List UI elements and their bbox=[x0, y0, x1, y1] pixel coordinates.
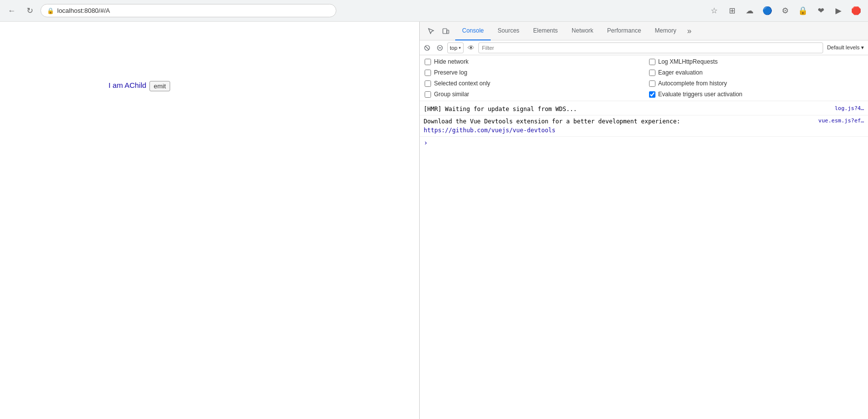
autocomplete-history-input[interactable] bbox=[649, 80, 655, 87]
extension-icon-6[interactable]: ❤ bbox=[814, 4, 828, 18]
devtools-panel: Console Sources Elements Network Perform… bbox=[419, 22, 868, 419]
evaluate-triggers-checkbox[interactable]: Evaluate triggers user activation bbox=[649, 90, 864, 99]
preserve-log-input[interactable] bbox=[425, 70, 431, 76]
selected-context-input[interactable] bbox=[425, 80, 431, 87]
extension-icon-2[interactable]: ☁ bbox=[743, 4, 757, 18]
devtools-toolbar2: top ▾ 👁 Default levels ▾ bbox=[420, 40, 868, 55]
console-line-2-content: Download the Vue Devtools extension for … bbox=[424, 117, 818, 135]
autocomplete-history-checkbox[interactable]: Autocomplete from history bbox=[649, 79, 864, 88]
console-line-2: Download the Vue Devtools extension for … bbox=[420, 115, 868, 137]
devtools-tabs-row: Console Sources Elements Network Perform… bbox=[420, 22, 868, 40]
group-similar-checkbox[interactable]: Group similar bbox=[425, 90, 639, 99]
evaluate-triggers-input[interactable] bbox=[649, 91, 655, 98]
extension-icon-8[interactable]: 🛑 bbox=[849, 4, 863, 18]
browser-toolbar: ← ↻ 🔒 localhost:8080/#/A ☆ ⊞ ☁ 🔵 ⚙ 🔒 ❤ ▶… bbox=[0, 0, 868, 22]
extension-icon-7[interactable]: ▶ bbox=[832, 4, 845, 18]
tab-sources[interactable]: Sources bbox=[491, 22, 526, 40]
context-select-value: top bbox=[450, 45, 457, 51]
svg-line-3 bbox=[426, 46, 429, 49]
extension-icon-4[interactable]: ⚙ bbox=[778, 4, 792, 18]
default-levels-dropdown[interactable]: Default levels ▾ bbox=[825, 44, 866, 51]
stop-messages-icon[interactable] bbox=[422, 42, 433, 53]
device-toggle-icon[interactable] bbox=[439, 25, 452, 38]
devtools-left-icons bbox=[422, 25, 455, 38]
live-expression-icon[interactable]: 👁 bbox=[466, 44, 476, 52]
page-content: I am AChild emit bbox=[0, 22, 419, 419]
console-input-prompt[interactable]: › bbox=[420, 137, 868, 149]
vue-devtools-link[interactable]: https://github.com/vuejs/vue-devtools bbox=[424, 127, 555, 134]
devtools-tabs: Console Sources Elements Network Perform… bbox=[455, 22, 866, 40]
tab-performance[interactable]: Performance bbox=[600, 22, 648, 40]
tab-network[interactable]: Network bbox=[565, 22, 600, 40]
address-bar[interactable]: 🔒 localhost:8080/#/A bbox=[40, 4, 336, 17]
hide-network-checkbox[interactable]: Hide network bbox=[425, 57, 639, 66]
console-line-1-content: [HMR] Waiting for update signal from WDS… bbox=[424, 105, 834, 114]
console-filter-input[interactable] bbox=[478, 42, 823, 53]
preserve-log-checkbox[interactable]: Preserve log bbox=[425, 68, 639, 77]
group-similar-input[interactable] bbox=[425, 91, 431, 98]
tab-elements[interactable]: Elements bbox=[526, 22, 565, 40]
back-button[interactable]: ← bbox=[5, 4, 19, 18]
context-selector[interactable]: top ▾ bbox=[447, 42, 464, 53]
console-output: [HMR] Waiting for update signal from WDS… bbox=[420, 101, 868, 419]
more-tabs-button[interactable]: » bbox=[683, 27, 695, 36]
tab-console[interactable]: Console bbox=[455, 22, 491, 40]
extension-icon-5[interactable]: 🔒 bbox=[796, 4, 810, 18]
devtools-checkboxes: Hide network Log XMLHttpRequests Preserv… bbox=[420, 55, 868, 101]
eager-evaluation-input[interactable] bbox=[649, 70, 655, 76]
log-xmlhttprequests-label: Log XMLHttpRequests bbox=[658, 58, 718, 65]
autocomplete-history-label: Autocomplete from history bbox=[658, 80, 727, 87]
svg-rect-0 bbox=[443, 29, 447, 34]
selected-context-label: Selected context only bbox=[434, 80, 490, 87]
clear-console-icon[interactable] bbox=[434, 42, 445, 53]
extension-icon-3[interactable]: 🔵 bbox=[760, 4, 774, 18]
selected-context-checkbox[interactable]: Selected context only bbox=[425, 79, 639, 88]
page-main-text: I am AChild bbox=[108, 81, 146, 89]
console-line-1-text: [HMR] Waiting for update signal from WDS… bbox=[424, 106, 577, 113]
browser-toolbar-icons: ☆ ⊞ ☁ 🔵 ⚙ 🔒 ❤ ▶ 🛑 bbox=[707, 4, 863, 18]
emit-button[interactable]: emit bbox=[149, 81, 171, 91]
log-xmlhttprequests-input[interactable] bbox=[649, 59, 655, 65]
eager-evaluation-label: Eager evaluation bbox=[658, 69, 703, 76]
preserve-log-label: Preserve log bbox=[434, 69, 467, 76]
main-area: I am AChild emit Console bbox=[0, 22, 868, 419]
console-line-1-source[interactable]: log.js?4… bbox=[834, 105, 864, 113]
inspect-element-icon[interactable] bbox=[425, 25, 437, 38]
default-levels-label: Default levels ▾ bbox=[827, 44, 864, 51]
address-text: localhost:8080/#/A bbox=[57, 7, 110, 14]
eager-evaluation-checkbox[interactable]: Eager evaluation bbox=[649, 68, 864, 77]
hide-network-label: Hide network bbox=[434, 58, 469, 65]
hide-network-input[interactable] bbox=[425, 59, 431, 65]
tab-memory[interactable]: Memory bbox=[648, 22, 683, 40]
console-line-2-source[interactable]: vue.esm.js?ef… bbox=[818, 117, 864, 125]
extension-icon-1[interactable]: ⊞ bbox=[725, 4, 739, 18]
svg-rect-1 bbox=[447, 30, 449, 34]
bookmark-icon[interactable]: ☆ bbox=[707, 4, 721, 18]
log-xmlhttprequests-checkbox[interactable]: Log XMLHttpRequests bbox=[649, 57, 864, 66]
console-line-2-text: Download the Vue Devtools extension for … bbox=[424, 118, 680, 134]
evaluate-triggers-label: Evaluate triggers user activation bbox=[658, 91, 743, 98]
console-line-1: [HMR] Waiting for update signal from WDS… bbox=[420, 103, 868, 115]
reload-button[interactable]: ↻ bbox=[23, 4, 36, 18]
group-similar-label: Group similar bbox=[434, 91, 469, 98]
chevron-down-icon: ▾ bbox=[458, 45, 461, 50]
